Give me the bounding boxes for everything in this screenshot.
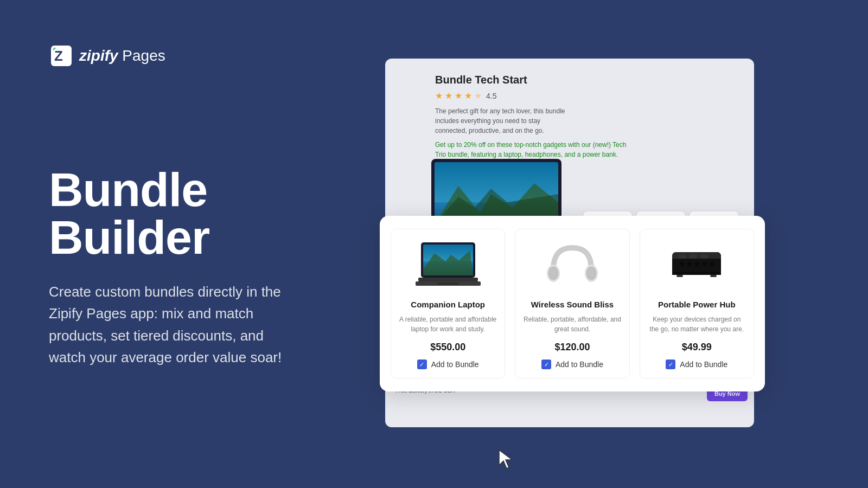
powerhub-bundle-checkbox[interactable]: ✓: [666, 359, 675, 369]
logo-product: Pages: [122, 47, 165, 64]
svg-point-47: [710, 262, 714, 266]
star-1: ★: [435, 91, 443, 101]
laptop-desc: A reliable, portable and affordable lapt…: [399, 314, 497, 334]
svg-rect-40: [679, 254, 686, 259]
powerhub-desc: Keep your devices charged on the go, no …: [648, 314, 746, 334]
svg-rect-50: [710, 275, 717, 277]
logo: Z zipify Pages: [49, 43, 342, 68]
right-panel: Bundle Tech Start ★ ★ ★ ★ ★ 4.5 The perf…: [380, 0, 868, 488]
svg-point-46: [703, 262, 707, 266]
laptop-product-image: [416, 238, 481, 292]
product-card-laptop: Companion Laptop A reliable, portable an…: [391, 229, 505, 378]
svg-rect-30: [437, 282, 459, 285]
hero-title: Bundle Builder: [49, 166, 342, 261]
powerhub-product-image: [664, 238, 729, 292]
svg-point-36: [588, 268, 595, 279]
laptop-bundle-checkbox[interactable]: ✓: [417, 359, 427, 369]
star-4: ★: [464, 91, 472, 101]
powerhub-bundle-label: Add to Bundle: [680, 360, 727, 369]
mouse-cursor: [498, 449, 515, 472]
bundle-description: The perfect gift for any tech lover, thi…: [403, 106, 565, 136]
laptop-bundle-label: Add to Bundle: [431, 360, 479, 369]
svg-rect-48: [673, 272, 720, 274]
headphones-bundle-row[interactable]: ✓ Add to Bundle: [541, 359, 603, 369]
svg-point-35: [550, 268, 557, 279]
powerhub-price: $49.99: [682, 342, 712, 353]
powerhub-bundle-row[interactable]: ✓ Add to Bundle: [666, 359, 727, 369]
product-card-headphones: Wireless Sound Bliss Reliable, portable,…: [515, 229, 629, 378]
svg-text:Z: Z: [54, 48, 63, 64]
powerhub-name: Portable Power Hub: [658, 300, 736, 309]
svg-rect-42: [700, 254, 708, 259]
powerhub-card-svg: [667, 242, 726, 288]
star-2: ★: [445, 91, 452, 101]
svg-rect-41: [690, 254, 697, 259]
cursor-svg: [498, 449, 515, 470]
bundle-title: Bundle Tech Start: [403, 74, 737, 86]
headphones-desc: Reliable, portable, affordable, and grea…: [523, 314, 621, 334]
headphones-name: Wireless Sound Bliss: [531, 300, 614, 309]
laptop-name: Companion Laptop: [411, 300, 485, 309]
rating-number: 4.5: [486, 92, 496, 100]
hero-description: Create custom bundles directly in theZip…: [49, 281, 342, 368]
headphones-card-svg: [545, 240, 599, 291]
laptop-price: $550.00: [430, 342, 465, 353]
headphones-bundle-label: Add to Bundle: [556, 360, 603, 369]
laptop-card-svg: [416, 240, 481, 291]
svg-point-45: [695, 262, 699, 266]
logo-brand: zipify: [79, 47, 118, 64]
svg-point-44: [687, 262, 692, 266]
headphones-price: $120.00: [554, 342, 590, 353]
star-5: ★: [474, 91, 482, 101]
laptop-bundle-row[interactable]: ✓ Add to Bundle: [417, 359, 479, 369]
product-card-powerhub: Portable Power Hub Keep your devices cha…: [640, 229, 754, 378]
svg-marker-51: [499, 450, 512, 468]
svg-rect-28: [418, 278, 478, 281]
left-panel: Z zipify Pages Bundle Builder Create cus…: [0, 0, 391, 488]
svg-point-43: [680, 262, 684, 266]
svg-rect-49: [676, 275, 683, 277]
headphones-bundle-checkbox[interactable]: ✓: [541, 359, 551, 369]
bundle-stars: ★ ★ ★ ★ ★ 4.5: [403, 91, 737, 101]
zipify-logo-icon: Z: [49, 43, 74, 68]
product-cards-panel: Companion Laptop A reliable, portable an…: [380, 216, 765, 391]
logo-text: zipify Pages: [79, 47, 165, 65]
star-3: ★: [455, 91, 462, 101]
headphones-product-image: [540, 238, 605, 292]
